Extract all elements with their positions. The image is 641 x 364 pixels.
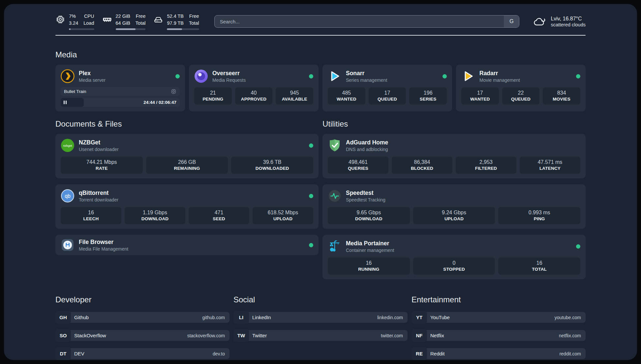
filebrowser-icon <box>61 238 75 252</box>
bookmark-reddit[interactable]: RE Reddit reddit.com <box>412 347 586 360</box>
media-grid: Plex Media server Bullet Train 24:44 / 0… <box>55 65 586 111</box>
stat-tile: 9.24 Gbps UPLOAD <box>413 207 495 224</box>
cpu-icon <box>55 15 65 24</box>
app-card-radarr[interactable]: Radarr Movie management 17 WANTED 22 QUE… <box>456 65 586 111</box>
status-dot-online <box>309 194 313 198</box>
bookmark-github[interactable]: GH Github github.com <box>55 311 229 324</box>
playback-elapsed <box>61 98 84 107</box>
stat-tile: 21 PENDING <box>194 87 232 105</box>
bookmark-bar: DEV dev.to <box>68 348 229 359</box>
weather-condition: scattered clouds <box>551 22 586 27</box>
bookmark-bar: Github github.com <box>68 312 229 323</box>
bookmark-tag: SO <box>55 329 71 342</box>
stat-tile: 16 TOTAL <box>498 258 580 275</box>
bookmark-linkedin[interactable]: LI LinkedIn linkedin.com <box>233 311 408 324</box>
app-card-adguard[interactable]: AdGuard Home DNS and adblocking 498,461 … <box>322 134 586 178</box>
stat-tile: 22 QUEUED <box>502 87 540 105</box>
bookmark-tag: GH <box>55 311 71 324</box>
status-dot-online <box>576 74 580 78</box>
section-title-media: Media <box>55 50 586 59</box>
ram-icon <box>102 15 112 24</box>
status-dot-online <box>309 74 313 78</box>
cpu-load-value: 3.24 <box>69 20 78 26</box>
app-card-filebrowser[interactable]: File Browser Media File Management <box>55 235 319 255</box>
stat-tile: 834 MOVIES <box>543 87 580 105</box>
bookmarks-social: Social LI LinkedIn linkedin.com TW Twitt… <box>233 295 408 360</box>
radarr-icon <box>461 69 475 83</box>
app-title: Plex <box>79 70 106 77</box>
cpu-load-label: Load <box>83 20 94 26</box>
section-title-documents: Documents & Files <box>55 119 319 129</box>
cloud-icon <box>533 16 546 27</box>
bookmark-tag: NF <box>412 329 427 342</box>
bookmark-bar: Twitter twitter.com <box>246 330 408 341</box>
bookmark-stackoverflow[interactable]: SO StackOverflow stackoverflow.com <box>55 329 229 342</box>
app-card-qbittorrent[interactable]: qb qBittorrent Torrent downloader 16 LEE… <box>55 184 319 229</box>
speedtest-icon <box>328 189 342 203</box>
memory-stat: 22 GiB 64 GiB Free Total <box>102 13 146 30</box>
svg-text:nzbget: nzbget <box>63 144 72 147</box>
bookmark-bar: LinkedIn linkedin.com <box>246 312 408 323</box>
bookmark-youtube[interactable]: YT YouTube youtube.com <box>412 311 586 324</box>
search-bar: G <box>214 15 520 28</box>
search-input[interactable] <box>215 15 504 27</box>
disk-free-label: Free <box>189 13 199 19</box>
disk-total-value: 97.9 TB <box>167 20 184 26</box>
app-card-speedtest[interactable]: Speedtest Speedtest Tracking 9.65 Gbps D… <box>322 184 586 229</box>
stat-tile: 471 SEED <box>189 207 249 224</box>
nzbget-icon: nzbget <box>61 138 75 152</box>
disk-total-label: Total <box>189 20 199 26</box>
cpu-usage-value: 7% <box>69 13 78 19</box>
disk-free-value: 52.4 TB <box>167 13 184 19</box>
stat-tile: 196 SERIES <box>409 87 447 105</box>
stat-tile: 0 STOPPED <box>413 258 495 275</box>
now-playing-row: Bullet Train <box>61 87 180 96</box>
section-title-utilities: Utilities <box>322 119 586 129</box>
app-card-plex[interactable]: Plex Media server Bullet Train 24:44 / 0… <box>55 65 185 111</box>
bookmark-netflix[interactable]: NF Netflix netflix.com <box>412 329 586 342</box>
playback-time: 24:44 / 02:06:47 <box>143 100 176 105</box>
app-subtitle: Movie management <box>479 77 520 83</box>
portainer-icon <box>328 239 342 253</box>
app-card-overseerr[interactable]: Overseerr Media Requests 21 PENDING 40 A… <box>189 65 319 111</box>
status-dot-online <box>576 244 580 249</box>
cpu-progress-bar <box>69 28 94 30</box>
bookmark-bar: StackOverflow stackoverflow.com <box>68 330 229 341</box>
memory-progress-bar <box>116 28 146 30</box>
documents-column: Documents & Files nzbget NZBGet Usenet d… <box>55 119 319 279</box>
bookmark-twitter[interactable]: TW Twitter twitter.com <box>233 329 408 342</box>
memory-free-label: Free <box>136 13 146 19</box>
app-title: qBittorrent <box>79 190 118 197</box>
stat-tile: 2,953 FILTERED <box>456 157 516 174</box>
disk-progress-bar <box>167 28 199 30</box>
app-card-portainer[interactable]: Media Portainer Container management 16 … <box>322 235 586 279</box>
pause-icon <box>64 100 68 106</box>
app-subtitle: Torrent downloader <box>79 197 118 202</box>
cpu-stat: 7% 3.24 CPU Load <box>55 13 94 30</box>
section-title-social: Social <box>233 295 408 304</box>
playback-progress-bar: 24:44 / 02:06:47 <box>61 98 180 107</box>
stat-tile: 485 WANTED <box>328 87 365 105</box>
now-playing-title: Bullet Train <box>64 89 86 94</box>
stat-tile: 86,384 BLOCKED <box>392 157 452 174</box>
app-subtitle: Usenet downloader <box>79 147 119 152</box>
bookmark-tag: TW <box>233 329 249 342</box>
app-title: NZBGet <box>79 139 119 146</box>
section-title-developer: Developer <box>55 295 229 304</box>
app-title: Overseerr <box>212 70 246 77</box>
app-card-sonarr[interactable]: Sonarr Series management 485 WANTED 17 Q… <box>322 65 452 111</box>
stat-tile: 39.6 TB DOWNLOADED <box>231 157 313 174</box>
app-title: Sonarr <box>346 70 387 77</box>
app-card-nzbget[interactable]: nzbget NZBGet Usenet downloader 744.21 M… <box>55 134 319 178</box>
stat-tile: 1.19 Gbps DOWNLOAD <box>125 207 185 224</box>
dashboard: 7% 3.24 CPU Load <box>4 4 637 360</box>
overseerr-icon <box>194 69 208 83</box>
app-title: File Browser <box>79 239 128 246</box>
memory-free-value: 22 GiB <box>116 13 130 19</box>
disk-icon <box>153 15 163 24</box>
bookmark-bar: YouTube youtube.com <box>424 312 586 323</box>
search-engine-button[interactable]: G <box>504 15 519 27</box>
app-subtitle: Container management <box>346 248 394 253</box>
bookmark-tag: YT <box>412 311 427 324</box>
bookmark-dev[interactable]: DT DEV dev.to <box>55 347 229 360</box>
